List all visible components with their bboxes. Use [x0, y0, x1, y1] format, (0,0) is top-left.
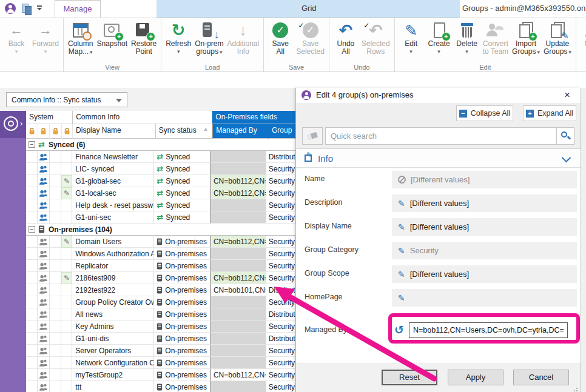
- table-row[interactable]: Network Configuration COn-premisesSecuri…: [26, 357, 295, 369]
- update-groups-button[interactable]: ✎Update Groups▾: [542, 19, 573, 57]
- table-row[interactable]: ✎G1-global-sec⇄SyncedCN=bob112,CN=Securi…: [26, 175, 295, 187]
- display-name-cell[interactable]: Server Operators: [72, 345, 154, 357]
- managed-by-cell[interactable]: [210, 211, 266, 224]
- display-name-cell[interactable]: Finance Newsletter: [72, 151, 154, 163]
- display-name-cell[interactable]: 2192test922: [72, 284, 154, 296]
- collapse-all-button[interactable]: − Collapse All: [456, 105, 513, 121]
- close-icon[interactable]: ×: [561, 89, 573, 101]
- managed-by-input[interactable]: [409, 322, 568, 338]
- column-header-group[interactable]: Group: [269, 124, 295, 139]
- table-row[interactable]: ✎2186test909On-premisesCN=bob112,CN=Secu…: [26, 272, 295, 284]
- managed-by-cell[interactable]: [210, 260, 266, 272]
- managed-by-cell[interactable]: [210, 333, 266, 345]
- display-name-cell[interactable]: Key Admins: [72, 321, 154, 333]
- column-header-display-name[interactable]: Display Name: [73, 124, 156, 139]
- field-value-box[interactable]: ✎[Different values]: [392, 218, 577, 236]
- cancel-button[interactable]: Cancel: [513, 370, 569, 385]
- table-row[interactable]: G1-uni-sec⇄SyncedSecurity: [26, 211, 295, 224]
- apply-button[interactable]: Apply: [448, 370, 503, 385]
- view-selector-dropdown[interactable]: Common Info :: Sync status: [6, 92, 127, 107]
- managed-by-cell[interactable]: CN=bob112,CN=: [210, 369, 266, 381]
- table-row[interactable]: G1-uni-disOn-premisesDistribution: [26, 333, 295, 345]
- table-row[interactable]: 2192test922On-premisesCN=bob101,CN=Distr…: [26, 284, 295, 296]
- clear-search-button[interactable]: [302, 127, 323, 145]
- reset-button[interactable]: Reset: [382, 370, 437, 385]
- grid-window-strip[interactable]: Grid: [157, 0, 460, 18]
- table-row[interactable]: LIC- synced⇄SyncedSecurity: [26, 163, 295, 175]
- display-name-cell[interactable]: Network Configuration C: [72, 357, 154, 369]
- managed-by-cell[interactable]: [210, 308, 266, 321]
- managed-by-cell[interactable]: [210, 321, 266, 333]
- undo-icon[interactable]: ↺: [394, 323, 404, 337]
- edit-button[interactable]: ✎Edit▾: [397, 19, 425, 55]
- window-copy-icon[interactable]: [22, 4, 32, 14]
- undo-all-button[interactable]: ↶Undo All: [332, 19, 360, 56]
- table-row[interactable]: Key AdminsOn-premisesSecurity: [26, 321, 295, 333]
- field-value-box[interactable]: ✎[Different values]: [392, 265, 577, 283]
- table-row[interactable]: All newsOn-premisesDistribution: [26, 308, 295, 321]
- table-row[interactable]: ✎Domain UsersOn-premisesCN=bob112,CN=Sec…: [26, 236, 295, 248]
- managed-by-cell[interactable]: [210, 248, 266, 260]
- managed-by-cell[interactable]: CN=bob101,CN=: [210, 284, 266, 296]
- managed-by-cell[interactable]: [210, 381, 266, 392]
- expand-all-button[interactable]: + Expand All: [523, 105, 576, 121]
- refresh-button[interactable]: ↻Refresh▾: [164, 19, 193, 55]
- column-map-button[interactable]: Column Map...▾: [66, 19, 95, 57]
- managed-by-cell[interactable]: CN=bob112,CN=: [210, 236, 266, 248]
- chevron-down-icon[interactable]: [562, 153, 571, 163]
- import-groups-button[interactable]: +Import Groups▾: [510, 19, 542, 57]
- resize-grip[interactable]: [576, 388, 578, 389]
- group-header-row[interactable]: −On-premises (104): [26, 224, 295, 236]
- table-row[interactable]: tttOn-premisesSecurity: [26, 381, 295, 392]
- display-name-cell[interactable]: LIC- synced: [72, 163, 154, 175]
- display-name-cell[interactable]: All news: [72, 308, 154, 321]
- table-row[interactable]: Server OperatorsOn-premisesSecurity: [26, 345, 295, 357]
- managed-by-cell[interactable]: [210, 345, 266, 357]
- delete-button[interactable]: Delete▾: [453, 19, 481, 55]
- field-value-box[interactable]: ✎[Different values]: [392, 194, 577, 212]
- display-name-cell[interactable]: Group Policy Creator Ow: [72, 296, 154, 308]
- managed-by-cell[interactable]: [210, 296, 266, 308]
- quick-search-input[interactable]: [325, 127, 564, 145]
- table-row[interactable]: ReplicatorOn-premisesSecurity: [26, 260, 295, 272]
- field-value-box[interactable]: [Different values]: [392, 171, 577, 188]
- sidebar-automation-button[interactable]: ›: [0, 111, 26, 138]
- create-button[interactable]: +Create▾: [425, 19, 453, 55]
- restore-point-button[interactable]: +Restore Point: [129, 19, 158, 56]
- display-name-cell[interactable]: G1-local-sec: [72, 187, 154, 199]
- table-row[interactable]: myTestGroup2On-premisesCN=bob112,CN=Secu…: [26, 369, 295, 381]
- managed-by-cell[interactable]: [210, 151, 266, 163]
- snapshot-button[interactable]: +Snapshot: [95, 19, 129, 49]
- field-value-box[interactable]: ✎: [392, 289, 577, 307]
- collapse-toggle-icon[interactable]: −: [29, 141, 35, 148]
- field-value-box[interactable]: ✎Security: [392, 242, 577, 259]
- table-row[interactable]: Finance Newsletter⇄SyncedDistribution: [26, 151, 295, 163]
- display-name-cell[interactable]: Replicator: [72, 260, 154, 272]
- display-name-cell[interactable]: Windows Authorization A: [72, 248, 154, 260]
- table-row[interactable]: Help desk - reset passwor⇄SyncedSecurity: [26, 199, 295, 211]
- display-name-cell[interactable]: ttt: [72, 381, 154, 392]
- managed-by-cell[interactable]: [210, 199, 266, 211]
- on-prem-groups-button[interactable]: ↓On-prem groups▾: [193, 19, 225, 57]
- group-header-row[interactable]: −⇄Synced (6): [26, 139, 295, 151]
- table-row[interactable]: Group Policy Creator OwOn-premisesSecuri…: [26, 296, 295, 308]
- table-row[interactable]: Windows Authorization AOn-premisesSecuri…: [26, 248, 295, 260]
- tab-manage[interactable]: Manage: [55, 0, 101, 18]
- save-all-button[interactable]: Save All: [266, 19, 294, 56]
- display-name-cell[interactable]: G1-global-sec: [72, 175, 154, 187]
- column-header-managed-by[interactable]: Managed By: [212, 124, 269, 139]
- display-name-cell[interactable]: Domain Users: [72, 236, 154, 248]
- managed-by-cell[interactable]: CN=bob112,CN=: [210, 175, 266, 187]
- display-name-cell[interactable]: 2186test909: [72, 272, 154, 284]
- managed-by-cell[interactable]: CN=bob112,CN=: [210, 187, 266, 199]
- collapse-toggle-icon[interactable]: −: [29, 226, 35, 233]
- column-header-sync-status[interactable]: Sync status▲: [156, 124, 213, 139]
- quick-access-caret-icon[interactable]: [36, 5, 42, 10]
- info-section-header[interactable]: ✎ Info: [296, 148, 581, 168]
- table-row[interactable]: ✎G1-local-sec⇄SyncedCN=bob112,CN=Securit…: [26, 187, 295, 199]
- display-name-cell[interactable]: G1-uni-sec: [72, 211, 154, 224]
- display-name-cell[interactable]: G1-uni-dis: [72, 333, 154, 345]
- managed-by-cell[interactable]: [210, 163, 266, 175]
- display-name-cell[interactable]: Help desk - reset passwor: [72, 199, 154, 211]
- managed-by-cell[interactable]: CN=bob112,CN=: [210, 272, 266, 284]
